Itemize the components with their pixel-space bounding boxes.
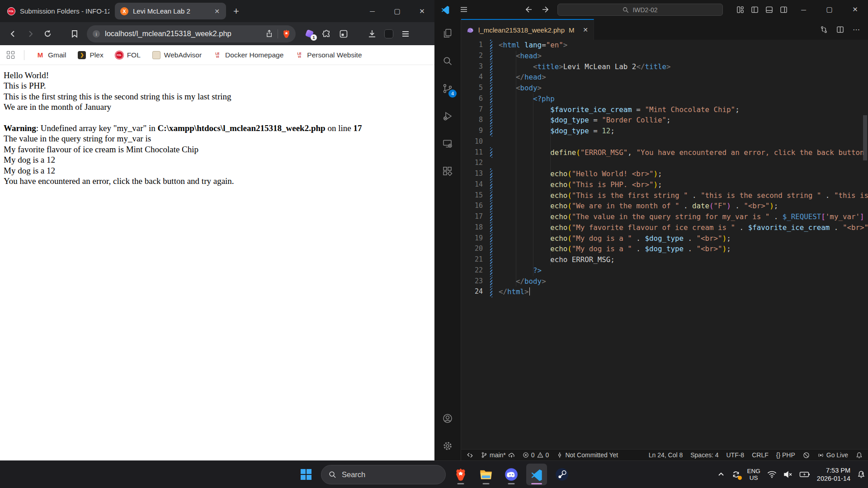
explorer-icon[interactable] [438,23,458,43]
run-debug-icon[interactable] [438,106,458,126]
eol-sequence[interactable]: CRLF [752,451,769,459]
bookmark-icon[interactable] [67,26,82,42]
brave-leo-icon[interactable]: 1 [305,29,315,39]
close-button[interactable]: ✕ [842,0,868,19]
command-center-search[interactable]: IWD2-02 [557,4,723,16]
language-mode[interactable]: {} PHP [776,451,795,459]
remote-indicator[interactable] [467,452,473,459]
code-line-4[interactable]: 4 </head> [461,72,868,83]
language-indicator[interactable]: ENGUS [747,468,760,481]
back-icon[interactable] [5,26,21,42]
search-icon[interactable] [438,51,458,71]
tab-close-icon[interactable]: ✕ [212,7,222,16]
wifi-icon[interactable] [767,470,777,479]
editor-tab-active[interactable]: l_mclean215318_week2.php M ✕ [461,19,594,40]
code-line-20[interactable]: 20 echo("My dog is a " . $dog_type . "<b… [461,244,868,254]
code-line-14[interactable]: 14 echo("This is PHP. <br>"); [461,179,868,190]
code-line-3[interactable]: 3 <title>Levi McLean Lab 2</title> [461,61,868,72]
notifications-bell-icon[interactable] [856,452,863,459]
onedrive-sync-icon[interactable] [731,470,741,479]
editor-scrollbar[interactable] [863,115,867,160]
apps-grid-icon[interactable] [6,51,15,59]
minimize-button[interactable]: ─ [360,0,385,22]
bookmark-webadvisor[interactable]: WebAdvisor [152,51,202,59]
code-line-10[interactable]: 10 [461,136,868,147]
extensions-icon[interactable] [438,161,458,181]
more-actions-icon[interactable]: ⋯ [853,25,860,34]
go-live-button[interactable]: Go Live [817,451,848,459]
maximize-button[interactable]: ▢ [816,0,842,19]
code-line-12[interactable]: 12 [461,158,868,169]
battery-charging-icon[interactable] [799,471,810,478]
toggle-secondary-sidebar-icon[interactable] [780,6,788,14]
open-changes-icon[interactable] [820,26,828,33]
close-button[interactable]: ✕ [410,0,434,22]
taskbar-brave-icon[interactable] [450,464,471,485]
remote-explorer-icon[interactable] [438,134,458,154]
site-info-icon[interactable]: i [92,30,100,38]
code-line-21[interactable]: 21 echo ERROR_MSG; [461,254,868,265]
extensions-puzzle-icon[interactable] [322,29,331,38]
code-line-13[interactable]: 13 echo("Hello World! <br>"); [461,169,868,179]
forward-icon[interactable] [542,5,550,14]
account-icon[interactable] [438,408,458,428]
customize-layout-icon[interactable] [736,6,744,14]
downloads-icon[interactable] [368,29,377,38]
code-line-15[interactable]: 15 echo("This is the first string " . "t… [461,190,868,201]
bookmark-personal-website[interactable]: LEVIPersonal Website [295,51,362,59]
taskbar-discord-icon[interactable] [501,464,522,485]
new-tab-button[interactable]: + [227,5,245,17]
share-icon[interactable] [265,30,273,38]
code-line-11[interactable]: 11 define("ERROR_MSG", "You have encount… [461,147,868,158]
bookmark-gmail[interactable]: MGmail [36,51,66,59]
split-editor-icon[interactable] [836,26,844,33]
code-line-8[interactable]: 8 $dog_type = "Border Collie"; [461,115,868,126]
taskbar-vscode-icon[interactable] [526,464,547,485]
code-line-1[interactable]: 1<html lang="en"> [461,40,868,51]
indentation[interactable]: Spaces: 4 [690,451,718,459]
do-not-disturb-bell-icon[interactable] [857,470,865,479]
commit-status[interactable]: Not Committed Yet [557,451,618,459]
volume-muted-icon[interactable] [783,470,793,479]
code-line-5[interactable]: 5 <body> [461,83,868,94]
minimize-button[interactable]: ─ [791,0,816,19]
bookmark-docker-homepage[interactable]: LEVIDocker Homepage [213,51,283,59]
start-button[interactable] [296,464,316,485]
tab-close-icon[interactable]: ✕ [583,26,588,33]
toggle-sidebar-icon[interactable] [751,6,759,14]
forward-icon[interactable] [23,26,38,42]
side-panel-box-icon[interactable] [339,29,348,38]
settings-gear-icon[interactable] [438,436,458,456]
reload-icon[interactable] [40,26,55,42]
clock[interactable]: 7:53 PM 2026-01-14 [817,466,850,483]
code-line-24[interactable]: 24</html> [461,286,868,297]
code-line-23[interactable]: 23 </body> [461,276,868,287]
taskbar-search[interactable]: Search [321,465,446,484]
maximize-button[interactable]: ▢ [385,0,410,22]
tray-chevron-icon[interactable] [717,471,725,478]
block-icon[interactable] [803,452,810,459]
toggle-panel-icon[interactable] [765,6,773,14]
back-icon[interactable] [524,5,532,14]
code-line-9[interactable]: 9 $dog_type = 12; [461,126,868,136]
taskbar-steam-icon[interactable] [552,464,572,485]
sidebar-toggle-icon[interactable] [384,29,393,38]
bookmark-plex[interactable]: ❯Plex [78,51,103,59]
code-editor[interactable]: 1<html lang="en">2 <head>3 <title>Levi M… [461,40,868,449]
git-branch-status[interactable]: main* [481,451,515,459]
taskbar-file-explorer-icon[interactable] [476,464,496,485]
code-line-17[interactable]: 17 echo("The value in the query string f… [461,211,868,222]
menu-icon[interactable] [460,5,468,14]
menu-icon[interactable] [401,29,410,38]
code-line-18[interactable]: 18 echo("My favorite flavour of ice crea… [461,222,868,233]
brave-shield-icon[interactable] [283,29,290,38]
encoding[interactable]: UTF-8 [726,451,744,459]
source-control-icon[interactable]: 4 [438,79,458,99]
bookmark-fol[interactable]: FOLFOL [115,51,141,59]
problems-status[interactable]: 0 0 [523,451,549,459]
cursor-position[interactable]: Ln 24, Col 8 [649,451,683,459]
url-text[interactable]: localhost/l_mclean215318_week2.php [105,29,261,38]
code-line-2[interactable]: 2 <head> [461,51,868,61]
code-line-7[interactable]: 7 $favorite_ice_cream = "Mint Chocolate … [461,104,868,115]
address-bar[interactable]: i localhost/l_mclean215318_week2.php [87,25,296,42]
